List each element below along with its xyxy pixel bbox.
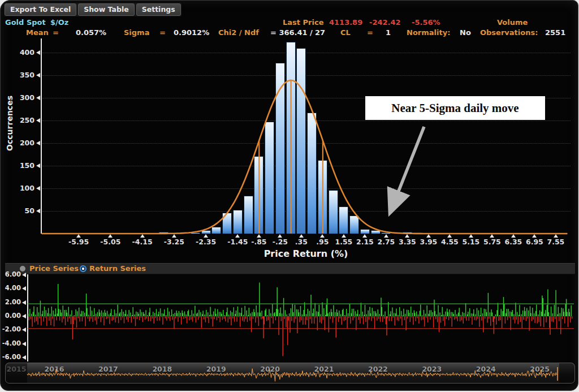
return-y-tick-marker — [22, 300, 26, 305]
gridline — [42, 143, 571, 144]
y-tick-label: 400 — [13, 48, 34, 57]
histogram-bar — [222, 213, 232, 234]
histogram-bar — [201, 230, 211, 234]
navigator-year-label: 2020 — [260, 365, 280, 373]
header-field: Sigma — [124, 28, 149, 37]
histogram-bar — [254, 156, 263, 234]
histogram-y-axis-title: Occurrences — [5, 96, 14, 175]
header-field: 4113.89 — [329, 18, 362, 27]
navigator-unselected-right[interactable] — [559, 363, 574, 383]
navigator-year-label: 2018 — [152, 365, 172, 373]
legend-label[interactable]: Return Series — [89, 264, 146, 273]
x-tick-label: 7.55 — [543, 238, 569, 246]
y-tick-label: 300 — [13, 93, 34, 102]
y-tick-label: 250 — [13, 116, 34, 124]
return-y-tick-marker — [22, 328, 26, 332]
histogram-bar — [307, 113, 317, 234]
y-tick-marker — [36, 118, 40, 123]
x-tick-label: -2.35 — [193, 238, 219, 246]
header-field: = — [367, 28, 373, 37]
header-field: No — [460, 28, 471, 37]
histogram-bar — [349, 216, 359, 234]
toolbar: Export To ExcelShow TableSettings — [4, 3, 182, 16]
x-tick-label: -3.25 — [161, 238, 187, 246]
header-row-security: Gold Spot$/OzLast Price4113.89-242.42-5.… — [1, 18, 578, 27]
histogram-bar — [233, 210, 243, 234]
y-tick-marker — [36, 186, 40, 191]
return-y-tick-label: -6.00 — [1, 353, 21, 361]
return-y-tick-marker — [22, 314, 26, 318]
gridline — [42, 120, 571, 121]
header-field: 0.9012% — [174, 28, 209, 37]
return-series-positive-bars — [28, 283, 571, 317]
x-tick-label: -4.15 — [129, 238, 155, 246]
header-field: 1 — [386, 28, 391, 37]
header-field: Volume — [497, 18, 528, 27]
histogram-bar — [371, 230, 381, 234]
y-tick-label: 150 — [13, 161, 34, 170]
header-field: = — [159, 28, 166, 37]
navigator-unselected-left[interactable] — [6, 363, 27, 383]
header-field: -5.56% — [412, 18, 440, 27]
y-tick-marker — [36, 141, 40, 145]
header-field: Last Price — [283, 18, 323, 27]
navigator-year-label: 2022 — [368, 365, 388, 373]
return-y-tick-label: -4.00 — [1, 339, 21, 347]
y-tick-marker — [36, 163, 40, 168]
export-to-excel-button[interactable]: Export To Excel — [5, 3, 76, 16]
header-field: CL — [340, 28, 351, 37]
header-row-stats: Mean=0.057%Sigma=0.9012%Chi2 / Ndf= 366.… — [1, 28, 578, 37]
histogram-bar — [159, 232, 168, 234]
histogram-bar — [265, 122, 274, 234]
y-tick-label: 50 — [13, 206, 34, 215]
legend-label[interactable]: Price Series — [29, 264, 79, 273]
return-y-tick-label: 2.00 — [1, 298, 21, 306]
y-tick-marker — [36, 96, 40, 100]
gridline — [42, 75, 571, 76]
histogram-bar — [318, 160, 327, 234]
gridline — [42, 188, 571, 189]
histogram-bar — [244, 196, 253, 234]
y-tick-marker — [36, 209, 40, 213]
histogram-bar — [403, 232, 412, 234]
header-field: = 366.41 / — [270, 28, 313, 37]
return-y-tick-marker — [22, 286, 26, 291]
return-y-tick-marker — [22, 342, 26, 346]
y-tick-marker — [36, 73, 40, 77]
navigator-year-label: 2023 — [422, 365, 442, 373]
navigator-year-label: 2021 — [314, 365, 334, 373]
gridline — [42, 211, 571, 212]
histogram-bar — [286, 42, 296, 234]
annotation-box: Near 5-Sigma daily move — [365, 96, 545, 120]
settings-button[interactable]: Settings — [136, 3, 181, 16]
gridline — [42, 166, 571, 166]
return-y-tick-label: 0.00 — [1, 312, 21, 320]
histogram-y-axis — [41, 38, 42, 234]
y-tick-label: 200 — [13, 139, 34, 147]
screenshot-page: Export To ExcelShow TableSettings Gold S… — [0, 0, 579, 392]
show-table-button[interactable]: Show Table — [78, 3, 134, 16]
header-field: -242.42 — [369, 18, 401, 27]
histogram-bar — [381, 232, 391, 234]
header-field: Observations: — [480, 28, 538, 37]
annotation-arrow-shaft — [391, 127, 424, 211]
y-tick-label: 100 — [13, 184, 34, 192]
terminal-window: Export To ExcelShow TableSettings Gold S… — [0, 0, 578, 391]
return-series-negative-bars — [29, 316, 572, 356]
header-field: = — [53, 28, 59, 37]
header-field: 2551 — [545, 28, 565, 37]
return-y-tick-label: 4.00 — [1, 284, 21, 292]
histogram-bar — [329, 190, 338, 234]
header-field: Chi2 / Ndf — [218, 28, 259, 37]
return-y-tick-marker — [22, 273, 26, 277]
header-field: Normality: — [407, 28, 450, 37]
histogram-bar — [339, 206, 348, 234]
x-tick-label: -5.05 — [97, 238, 123, 246]
radio-selected-return-series[interactable] — [80, 265, 87, 272]
gridline — [42, 53, 571, 53]
navigator-year-label: 2017 — [98, 365, 118, 373]
histogram-bar — [360, 229, 370, 234]
y-tick-marker — [36, 50, 40, 55]
header-field: Gold Spot — [5, 18, 46, 27]
histogram-bar — [191, 232, 200, 234]
